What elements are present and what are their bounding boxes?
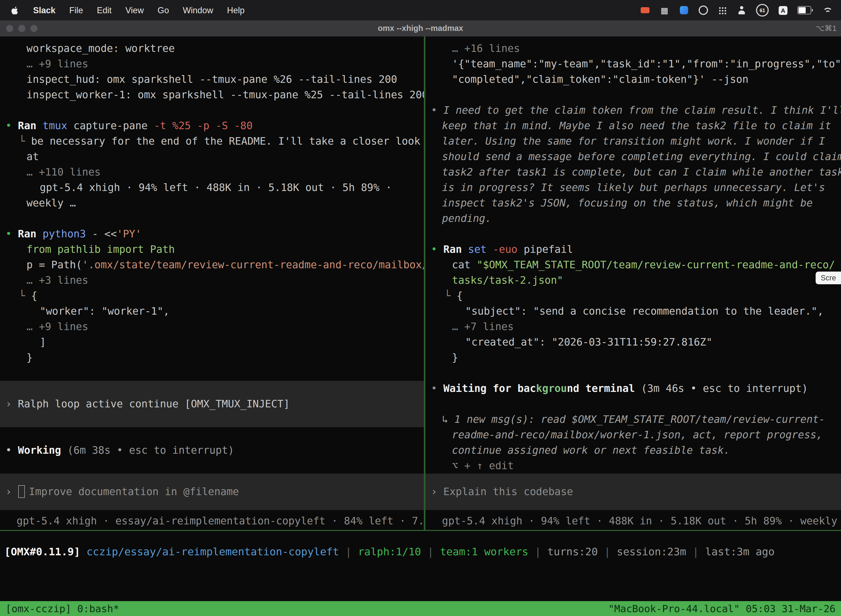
terminal-line: tasks/task-2.json" (431, 273, 841, 288)
menu-file[interactable]: File (69, 5, 83, 15)
screen-sharing-icon[interactable] (640, 4, 650, 16)
terminal-line: cat "$OMX_TEAM_STATE_ROOT/team/review-cu… (431, 257, 841, 273)
user-icon[interactable] (737, 4, 747, 16)
input-source-icon[interactable]: A (778, 4, 788, 16)
text-segment: weekly … (26, 197, 76, 209)
battery-percent-badge[interactable]: 61 (756, 4, 769, 16)
text-segment: "subject": "send a concise recommendatio… (465, 305, 823, 317)
menu-go[interactable]: Go (158, 5, 169, 15)
text-segment: { (457, 290, 463, 301)
terminal-line: inspect task2's JSON, focusing on the st… (431, 195, 841, 211)
text-segment: └ (19, 135, 31, 147)
terminal-line: • Ran set -euo pipefail (431, 242, 841, 257)
shortcuts-icon[interactable] (679, 4, 689, 16)
pane-bottom-right: › Explain this codebase gpt-5.4 xhigh · … (431, 474, 841, 530)
omx-status-line: [OMX#0.11.9] cczip/essay/ai-reimplementa… (4, 543, 841, 560)
terminal-line: … +9 lines (6, 56, 424, 72)
menu-bar-status-icons: ▦ 61 A (640, 4, 841, 16)
text-segment: gpt-5.4 xhigh · 94% left · 488K in · 5.1… (40, 182, 392, 193)
text-segment: keep that in mind. Maybe I also need the… (442, 120, 831, 131)
terminal-line: gpt-5.4 xhigh · 94% left · 488K in · 5.1… (6, 180, 424, 195)
text-segment: be necessary for the end of the README. … (31, 135, 420, 147)
window-title-bar[interactable]: omx --xhigh --madmax ⌥⌘1 (0, 21, 841, 37)
prompt-input-left[interactable]: › Improve documentation in @filename (0, 474, 424, 510)
text-segment: └ (444, 290, 457, 301)
prompt-chevron: › (431, 486, 443, 497)
terminal: workspace_mode: worktree… +9 linesinspec… (0, 37, 841, 531)
terminal-line: should send a message before completing … (431, 149, 841, 164)
terminal-line: keep that in mind. Maybe I also need the… (431, 118, 841, 133)
terminal-line: "created_at": "2026-03-31T11:59:27.816Z" (431, 334, 841, 350)
terminal-line: '{"team_name":"my-team","task_id":"1","f… (431, 56, 841, 72)
text-segment: inspect_worker-1: omx sparkshell --tmux-… (26, 89, 424, 100)
terminal-line: ⌥ + ↑ edit (431, 458, 841, 474)
terminal-line: … +9 lines (6, 319, 424, 334)
text-segment: • (431, 104, 443, 116)
omx-team-workers: team:1 workers (440, 546, 535, 557)
terminal-line: inspect_worker-1: omx sparkshell --tmux-… (6, 87, 424, 103)
terminal-line: weekly … (6, 195, 424, 211)
terminal-line: inspect_hud: omx sparkshell --tmux-pane … (6, 72, 424, 87)
window-grid-icon[interactable]: ▦ (659, 4, 670, 16)
terminal-line: } (431, 350, 841, 365)
shutter-icon[interactable] (698, 4, 708, 16)
text-segment: … +16 lines (452, 43, 520, 54)
text-segment: '.omx/state/team/review-current-readme-a… (82, 259, 424, 270)
terminal-line: "subject": "send a concise recommendatio… (431, 304, 841, 319)
terminal-line: "worker": "worker-1", (6, 304, 424, 319)
text-segment: -t %25 -p -S -80 (154, 120, 252, 131)
terminal-line: "completed","claim_token":"claim-token"}… (431, 72, 841, 87)
text-segment: nd terminal (567, 383, 641, 394)
tmux-pane-left[interactable]: workspace_mode: worktree… +9 linesinspec… (0, 37, 424, 530)
text-segment: task2 after task1 is complete, but can I… (442, 166, 841, 178)
text-segment: Ran (18, 228, 43, 239)
screenshot-popup[interactable]: Scre (816, 271, 841, 284)
terminal-line: … +3 lines (6, 273, 424, 288)
text-segment: set (468, 243, 493, 255)
inject-banner: › Ralph loop active continue [OMX_TMUX_I… (0, 381, 424, 427)
menu-window[interactable]: Window (183, 5, 213, 15)
text-segment: Ran (18, 120, 43, 131)
text-segment: • (431, 243, 443, 255)
text-segment: readme-and-reco/mailbox/worker-1.json, a… (452, 429, 822, 440)
text-segment: { (31, 290, 37, 301)
wifi-icon[interactable] (822, 4, 832, 16)
menu-edit[interactable]: Edit (97, 5, 111, 15)
tmux-host-clock: "MacBook-Pro-44.local" 05:03 31-Mar-26 (608, 601, 835, 616)
separator: | (604, 546, 617, 557)
terminal-line: task2 after task1 is complete, but can I… (431, 164, 841, 180)
terminal-line: ↳ 1 new msg(s): read $OMX_TEAM_STATE_ROO… (431, 412, 841, 427)
pane-bottom-left: › Improve documentation in @filename gpt… (6, 474, 424, 530)
apple-menu-icon[interactable] (11, 5, 19, 15)
terminal-line (6, 365, 424, 381)
text-segment: from pathlib import Path (26, 243, 175, 255)
menu-view[interactable]: View (125, 5, 144, 15)
text-segment: … +9 lines (26, 321, 88, 332)
terminal-line: p = Path('.omx/state/team/review-current… (6, 257, 424, 273)
terminal-line: • Ran python3 - <<'PY' (6, 226, 424, 242)
terminal-line: • Ran tmux capture-pane -t %25 -p -S -80 (6, 118, 424, 133)
text-segment: "created_at": "2026-03-31T11:59:27.816Z" (465, 336, 712, 348)
prompt-input-right[interactable]: › Explain this codebase (425, 474, 841, 510)
battery-icon[interactable] (797, 4, 813, 16)
terminal-line: └ { (6, 288, 424, 304)
screen: Slack File Edit View Go Window Help ▦ 61… (0, 0, 841, 616)
text-segment: inspect task2's JSON, focusing on the st… (442, 197, 813, 209)
text-segment: • (6, 120, 18, 131)
tmux-status-bar: [omx-cczip] 0:bash* "MacBook-Pro-44.loca… (0, 601, 841, 616)
separator: | (535, 546, 547, 557)
menu-help[interactable]: Help (227, 5, 245, 15)
text-segment: -euo (493, 243, 524, 255)
text-segment: tasks/task-2.json" (452, 274, 563, 286)
dots-grid-icon[interactable] (717, 4, 727, 16)
terminal-line: readme-and-reco/mailbox/worker-1.json, a… (431, 427, 841, 443)
terminal-line: └ be necessary for the end of the README… (6, 133, 424, 149)
inject-text: Ralph loop active continue [OMX_TMUX_INJ… (18, 398, 290, 409)
text-segment: └ (19, 290, 31, 301)
text-segment: pipefail (524, 243, 573, 255)
text-segment: 'PY' (117, 228, 142, 239)
app-menu-slack[interactable]: Slack (33, 5, 56, 15)
text-segment: workspace_mode: worktree (26, 43, 175, 54)
scrollback-left: workspace_mode: worktree… +9 linesinspec… (6, 41, 424, 381)
tmux-pane-right[interactable]: … +16 lines'{"team_name":"my-team","task… (425, 37, 841, 530)
